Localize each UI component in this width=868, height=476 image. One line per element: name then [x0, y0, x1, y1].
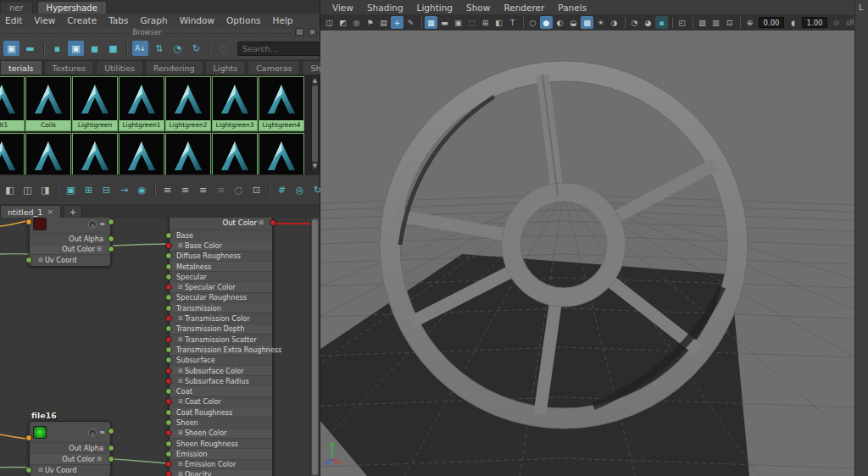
- node-row[interactable]: ⊞Base Color: [170, 240, 272, 250]
- green-input-port-dot[interactable]: [165, 357, 172, 363]
- refresh-icon[interactable]: ↻: [188, 41, 204, 56]
- xl-swatch-icon[interactable]: ■: [105, 41, 121, 56]
- material-swatch[interactable]: [25, 133, 71, 174]
- menu-bars-icon[interactable]: ≡: [99, 429, 105, 436]
- red-input-port-dot[interactable]: [165, 429, 172, 436]
- expand-icon[interactable]: ⊞: [178, 471, 183, 476]
- bookmark-icon[interactable]: ⚑: [364, 16, 376, 29]
- output-port-dot[interactable]: [108, 428, 114, 434]
- node-row[interactable]: ⊞Transmission Scatter: [170, 334, 272, 344]
- add-selected-icon[interactable]: ▣: [63, 182, 79, 197]
- node-row[interactable]: Diffuse Roughness: [170, 251, 272, 261]
- multi-pane-icon[interactable]: ▥: [709, 16, 722, 29]
- isolate-select-icon[interactable]: ◰: [676, 16, 688, 29]
- gamma-field[interactable]: 1.00: [802, 17, 827, 28]
- node-row[interactable]: ⊞Sheen Color: [170, 428, 272, 438]
- input-port-dot[interactable]: [25, 219, 32, 225]
- safe-action-icon[interactable]: ◧: [492, 16, 505, 29]
- red-input-port-dot[interactable]: [165, 315, 172, 322]
- anti-alias-icon[interactable]: ▪: [655, 16, 668, 29]
- snapshot-icon[interactable]: ▧: [696, 16, 709, 29]
- green-input-port-dot[interactable]: [165, 274, 172, 280]
- output-port-dot[interactable]: [108, 456, 114, 462]
- file-node-top[interactable]: s≡ Out Alpha Out Color⊞ ⊞ Uv Coord: [29, 218, 111, 267]
- material-swatch[interactable]: Coils: [25, 76, 71, 131]
- node-row[interactable]: Transmission Depth: [170, 324, 272, 334]
- node-row[interactable]: ⊞Emission Color: [170, 459, 272, 469]
- viewport-panel[interactable]: ViewShadingLightingShowRendererPanels ◫◩…: [320, 0, 854, 476]
- green-input-port-dot[interactable]: [165, 325, 172, 332]
- layout-custom-icon[interactable]: ≡: [213, 182, 229, 197]
- node-row[interactable]: Specular: [170, 271, 272, 281]
- grid-snap-icon[interactable]: #: [274, 182, 290, 197]
- viewport-3d-scene[interactable]: [320, 30, 854, 476]
- viewport-menu-show[interactable]: Show: [466, 3, 490, 13]
- tab-rendering[interactable]: Rendering: [145, 60, 203, 75]
- tab-terials[interactable]: terials: [0, 60, 42, 75]
- expand-icon[interactable]: ⊞: [178, 398, 183, 405]
- menu-tabs[interactable]: Tabs: [108, 15, 128, 25]
- red-input-port-dot[interactable]: [165, 378, 172, 385]
- output-port-dot[interactable]: [108, 219, 114, 225]
- tab-lights[interactable]: Lights: [205, 60, 247, 75]
- right-panel-strip[interactable]: L: [854, 0, 868, 476]
- green-input-port-dot[interactable]: [165, 409, 172, 416]
- material-swatch[interactable]: [212, 133, 258, 174]
- red-input-port-dot[interactable]: [165, 471, 172, 476]
- green-input-port-dot[interactable]: [165, 451, 172, 457]
- image-plane-icon[interactable]: ▤: [377, 16, 390, 29]
- material-swatch[interactable]: [259, 133, 304, 174]
- viewport-menu-shading[interactable]: Shading: [367, 3, 403, 13]
- field-chart-icon[interactable]: ⊞: [479, 16, 492, 29]
- viewport-menu-view[interactable]: View: [332, 3, 353, 13]
- connect-drop-icon[interactable]: →: [116, 182, 132, 197]
- viewport-menu-renderer[interactable]: Renderer: [504, 3, 544, 13]
- remove-node-icon[interactable]: ⊟: [98, 182, 114, 197]
- node-row[interactable]: Out Color⊞: [30, 244, 110, 255]
- pin-icon[interactable]: ◉: [134, 182, 150, 197]
- default-material-icon[interactable]: ◒: [567, 16, 580, 29]
- sort-time-icon[interactable]: ◔: [170, 41, 186, 56]
- sort-alpha-icon[interactable]: A↓: [132, 41, 148, 56]
- menu-options[interactable]: Options: [226, 15, 261, 25]
- input-connections-icon[interactable]: ◧: [2, 182, 18, 197]
- expand-icon[interactable]: ⊞: [259, 219, 264, 226]
- layout-all-icon[interactable]: ≡: [195, 182, 211, 197]
- tab-textures[interactable]: Textures: [44, 60, 95, 75]
- exposure-field[interactable]: 0.00: [759, 17, 784, 28]
- smooth-shade-icon[interactable]: ●: [540, 16, 553, 29]
- node-row[interactable]: Base: [170, 230, 272, 240]
- add-tab-button[interactable]: +: [64, 205, 82, 218]
- float-panel-icon[interactable]: ⊡: [295, 28, 304, 36]
- node-row[interactable]: ⊞Opacity: [170, 469, 272, 476]
- scrollbar-thumb[interactable]: [312, 219, 318, 475]
- io-connections-icon[interactable]: ◫: [19, 182, 36, 197]
- expand-icon[interactable]: ⊞: [178, 315, 183, 322]
- green-input-port-dot[interactable]: [165, 388, 172, 395]
- menu-bars-icon[interactable]: ≡: [99, 220, 105, 228]
- menu-graph[interactable]: Graph: [140, 15, 167, 25]
- expand-icon[interactable]: ⊞: [178, 242, 183, 249]
- viewport-menu-panels[interactable]: Panels: [558, 3, 587, 13]
- select-camera-icon[interactable]: ◫: [323, 16, 336, 29]
- node-row[interactable]: ⊞Subsurface Color: [170, 365, 272, 375]
- node-row[interactable]: Specular Roughness: [170, 292, 272, 302]
- viewport-menu-lighting[interactable]: Lighting: [417, 3, 453, 13]
- input-port-dot[interactable]: [25, 467, 32, 473]
- material-swatch[interactable]: Lightgreen2: [165, 76, 211, 131]
- tab-utilities[interactable]: Utilities: [96, 60, 143, 75]
- grease-pencil-icon[interactable]: ✎: [404, 16, 417, 29]
- green-input-port-dot[interactable]: [165, 305, 172, 312]
- green-input-port-dot[interactable]: [165, 440, 172, 447]
- output-port-dot[interactable]: [108, 235, 114, 242]
- list-view-icon[interactable]: ▬: [22, 41, 38, 56]
- safe-title-icon[interactable]: T: [506, 16, 519, 29]
- node-editor-canvas[interactable]: s≡ Out Alpha Out Color⊞ ⊞ Uv Coord: [0, 218, 320, 476]
- camera-attributes-icon[interactable]: ◎: [350, 16, 363, 29]
- expand-icon[interactable]: ⊞: [178, 284, 183, 291]
- medium-swatch-icon[interactable]: ▣: [68, 41, 84, 56]
- pan-zoom-icon[interactable]: +: [391, 16, 403, 29]
- red-input-port-dot[interactable]: [165, 242, 172, 249]
- swatch-view-icon[interactable]: ▣: [3, 41, 19, 56]
- scroll-up-icon[interactable]: ▲: [313, 77, 317, 85]
